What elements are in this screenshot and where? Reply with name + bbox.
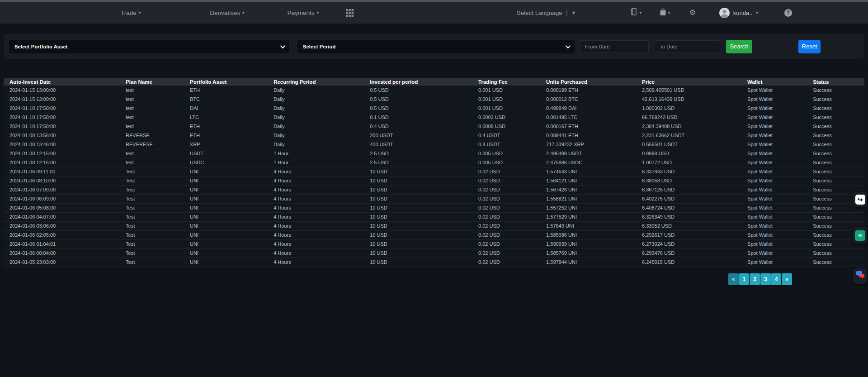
user-menu[interactable]: kunda.. ▾ [719,8,758,18]
pagination-page-4[interactable]: 4 [771,273,782,285]
table-cell: 4 Hours [268,230,364,239]
share-arrow-icon: ↪ [858,196,863,203]
table-cell: 2024-01-08 12:15:00 [4,149,120,158]
table-cell: Spot Wallet [741,176,807,185]
table-row: 2024-01-06 00:04:00TestUNI4 Hours10 USD0… [4,248,864,258]
language-selector[interactable]: Select Language | ▼ [517,9,576,16]
search-button[interactable]: Search [726,40,752,53]
table-cell: 2024-01-06 06:09:00 [4,194,120,203]
table-cell: 0.02 USD [472,258,540,267]
table-cell: UNI [184,167,268,176]
table-cell: 2024-01-10 17:58:00 [4,113,120,122]
help-icon[interactable]: ? [784,9,792,17]
table-cell: 4 Hours [268,212,364,221]
table-cell: UNI [184,248,268,258]
table-cell: 1.574643 UNI [540,167,636,176]
table-cell: 4 Hours [268,221,364,230]
table-cell: 0.001 USD [472,104,540,113]
table-cell: 10 USD [364,221,472,230]
table-cell: Spot Wallet [741,140,807,149]
table-cell: 0.0008 USD [472,122,540,131]
table-row: 2024-01-06 07:09:00TestUNI4 Hours10 USD0… [4,185,864,194]
from-date-input[interactable] [580,40,649,53]
reset-button[interactable]: Reset [798,40,821,53]
chat-widget-button[interactable] [853,268,867,284]
table-cell: 2024-01-08 13:56:00 [4,131,120,140]
table-cell: Test [120,258,184,267]
table-row: 2024-01-06 09:11:00TestUNI4 Hours10 USD0… [4,167,864,176]
table-cell: Daily [268,131,364,140]
table-cell: Test [120,239,184,248]
table-row: 2024-01-06 08:10:00TestUNI4 Hours10 USD0… [4,176,864,185]
table-row: 2024-01-08 12:15:00testUSDT1 Hour2.5 USD… [4,149,864,158]
table-cell: 4 Hours [268,248,364,258]
table-cell: Spot Wallet [741,185,807,194]
table-cell: UNI [184,212,268,221]
wallet-menu-button[interactable]: ▾ [660,8,670,18]
pagination-page-3[interactable]: 3 [760,273,771,285]
table-cell: Success [807,258,864,267]
table-cell: 6.273024 USD [636,239,741,248]
nav-item-trade[interactable]: Trade ▾ [121,10,141,16]
period-select-value: Select Period [303,44,335,49]
table-cell: 0.000199 ETH [540,86,636,95]
top-navbar: Trade ▾ Derivatives ▾ Payments ▾ Select … [0,2,868,24]
table-cell: 2.495499 USDT [540,149,636,158]
table-cell: 0.02 USD [472,239,540,248]
table-cell: 1.564121 UNI [540,176,636,185]
table-cell: Spot Wallet [741,230,807,239]
table-cell: Success [807,131,864,140]
nav-item-derivatives[interactable]: Derivatives ▾ [210,10,244,16]
table-cell: 0.498849 DAI [540,104,636,113]
table-cell: Daily [268,104,364,113]
table-cell: 0.02 USD [472,167,540,176]
column-header: Auto-Invest Date [4,78,120,86]
table-cell: Success [807,122,864,131]
table-cell: UNI [184,258,268,267]
apps-grid-icon[interactable] [346,9,354,17]
table-cell: 6.402275 USD [636,194,741,203]
table-cell: 2.5 USD [364,158,472,167]
column-header: Invested per period [364,78,472,86]
chevron-down-icon: ▾ [242,10,245,15]
table-cell: 2,384.39408 USD [636,122,741,131]
table-cell: 0.02 USD [472,185,540,194]
table-cell: 4 Hours [268,194,364,203]
pagination-next-button[interactable]: » [782,273,792,285]
pagination-page-2[interactable]: 2 [750,273,760,285]
table-cell: 2024-01-08 12:15:00 [4,158,120,167]
ai-assistant-button[interactable]: ✳ [853,227,867,243]
avatar [719,8,730,18]
pagination-prev-button[interactable]: « [728,273,739,285]
period-select[interactable]: Select Period [297,40,575,53]
pagination-page-1[interactable]: 1 [739,273,750,285]
table-cell: REVERSE [120,131,184,140]
portfolio-asset-select[interactable]: Select Portfolio Asset [9,40,289,53]
table-cell: 2024-01-06 03:06:00 [4,221,120,230]
table-cell: 0.4 USD [364,122,472,131]
table-cell: Spot Wallet [741,158,807,167]
table-cell: Success [807,176,864,185]
chevron-down-icon: ▾ [639,10,642,15]
share-button[interactable]: ↪ [853,192,867,207]
table-cell: 6.337943 USD [636,167,741,176]
to-date-input[interactable] [655,40,720,53]
table-row: 2024-01-08 12:15:00testUSDC1 Hour2.5 USD… [4,158,864,167]
table-cell: Success [807,140,864,149]
table-row: 2024-01-06 06:09:00TestUNI4 Hours10 USD0… [4,194,864,203]
table-cell: 4 Hours [268,176,364,185]
table-cell: 200 USDT [364,131,472,140]
help-glyph: ? [787,10,790,16]
nav-item-payments[interactable]: Payments ▾ [288,10,319,16]
divider: | [566,9,568,16]
settings-gear-icon[interactable]: ⚙ [689,9,695,16]
table-cell: 2024-01-06 07:09:00 [4,185,120,194]
table-cell: 1.590939 UNI [540,239,636,248]
table-cell: ETH [184,122,268,131]
orders-menu-button[interactable]: ▾ [630,8,642,17]
table-cell: 10 USD [364,167,472,176]
table-cell: USDT [184,149,268,158]
table-cell: 0.000012 BTC [540,95,636,104]
table-cell: Spot Wallet [741,167,807,176]
table-row: 2024-01-06 01:04:01TestUNI4 Hours10 USD0… [4,239,864,248]
